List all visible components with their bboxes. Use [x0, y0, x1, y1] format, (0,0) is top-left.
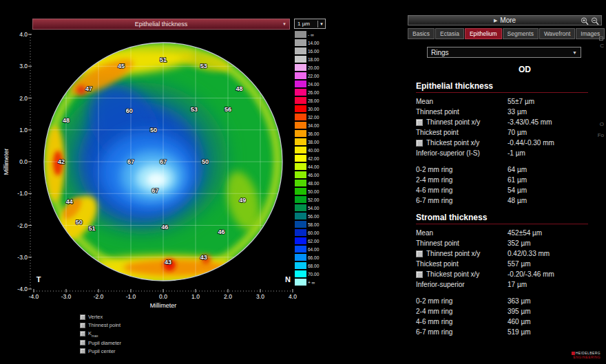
stat-row: 2-4 mm ring61 µm — [416, 175, 602, 185]
colorbar-swatch — [295, 196, 306, 204]
colorbar-swatch — [295, 254, 306, 261]
colorbar-label: 52.00 — [308, 197, 319, 202]
colorbar-segment: 48.00 — [295, 179, 319, 187]
thickness-value-label: 60 — [126, 107, 133, 114]
overlay-checkbox[interactable] — [416, 271, 423, 278]
stat-row: Thinnest point x/y0.42/0.33 mm — [416, 248, 602, 259]
colorbar-swatch — [295, 279, 306, 286]
colorbar-label: 14.00 — [308, 41, 319, 45]
tab-basics[interactable]: Basics — [408, 28, 435, 39]
more-label: More — [500, 17, 516, 24]
colorbar-label: 68.00 — [308, 264, 319, 268]
thickness-value-label: 46 — [218, 228, 225, 235]
overlay-checkbox[interactable] — [416, 119, 423, 126]
colorbar-segment: 20.00 — [295, 63, 319, 72]
colorbar-swatch — [295, 31, 306, 39]
legend-item[interactable]: Pupil center — [80, 348, 121, 354]
colorbar-segment: 14.00 — [295, 39, 319, 47]
colorbar-swatch — [295, 130, 306, 138]
thickness-value-label: 48 — [63, 117, 70, 124]
stat-label: Thickest point — [416, 260, 459, 268]
legend-checkbox[interactable] — [80, 314, 85, 320]
legend-item[interactable]: Vertex — [80, 314, 121, 320]
legend-checkbox[interactable] — [80, 340, 85, 345]
thickness-value-label: 43 — [200, 254, 207, 261]
stat-label: 2-4 mm ring — [416, 176, 452, 184]
y-tick-label: 2.0 — [19, 95, 28, 102]
y-tick-label: 0.0 — [19, 158, 28, 165]
stat-value: -3.43/0.45 mm — [508, 118, 552, 126]
colorbar-swatch — [295, 56, 306, 63]
preset-select[interactable]: Rings ▼ — [427, 47, 581, 58]
stat-row: 6-7 mm ring48 µm — [416, 195, 602, 206]
colorbar-label: 34.00 — [308, 123, 319, 128]
thickness-value-label: 42 — [58, 158, 65, 165]
thickness-map[interactable]: -4.0-4.0-3.0-3.0-2.0-2.0-1.0-1.00.00.01.… — [0, 0, 329, 323]
colorbar-swatch — [295, 105, 306, 113]
legend-label: Kmax — [88, 330, 98, 338]
stat-row: Thinnest point33 µm — [416, 107, 602, 117]
tab-wavefront[interactable]: Wavefront — [539, 28, 575, 39]
temporal-label: T — [36, 275, 41, 283]
stat-row: 0-2 mm ring64 µm — [416, 164, 602, 175]
colorbar-label: 54.00 — [308, 206, 319, 211]
colorbar-label: 66.00 — [308, 255, 319, 260]
colorbar-label: 58.00 — [308, 222, 319, 227]
unit-select[interactable]: 1 µm ▼ — [294, 19, 326, 29]
legend-item[interactable]: Pupil diameter — [80, 340, 121, 346]
colorbar-segment: 32.00 — [295, 113, 319, 121]
map-title: Epithelial thickness — [135, 21, 188, 28]
stat-row: 0-2 mm ring363 µm — [416, 296, 602, 306]
stat-label: Mean — [416, 229, 433, 237]
overlay-checkbox[interactable] — [416, 250, 423, 257]
stat-label: 2-4 mm ring — [416, 308, 452, 315]
stat-row: Mean452±54 µm — [416, 228, 602, 238]
tab-segments[interactable]: Segments — [503, 28, 539, 39]
stat-row: 6-7 mm ring519 µm — [416, 327, 602, 337]
map-type-select[interactable]: Epithelial thickness ▼ — [32, 19, 290, 30]
legend-item[interactable]: Kmax — [80, 330, 121, 338]
colorbar-swatch — [295, 213, 306, 220]
colorbar-label: 64.00 — [308, 247, 319, 252]
more-button[interactable]: ▶ More — [408, 15, 602, 25]
legend-checkbox[interactable] — [80, 348, 85, 354]
ring-rows: 0-2 mm ring363 µm2-4 mm ring395 µm4-6 mm… — [416, 296, 602, 337]
legend-item[interactable]: Thinnest point — [80, 322, 121, 328]
stat-label: 0-2 mm ring — [416, 297, 452, 305]
stat-value: 17 µm — [508, 281, 527, 288]
stat-value: -1 µm — [508, 149, 525, 157]
legend-checkbox[interactable] — [80, 323, 85, 328]
tab-ectasia[interactable]: Ectasia — [435, 28, 464, 39]
x-tick-label: -4.0 — [29, 293, 39, 300]
overlay-checkbox[interactable] — [416, 140, 423, 147]
colorbar-swatch — [295, 81, 306, 88]
colorbar-segment: 66.00 — [295, 253, 319, 261]
colorbar-label: 30.00 — [308, 107, 319, 111]
colorbar-label: 36.00 — [308, 131, 319, 136]
thickness-value-label: 46 — [161, 224, 168, 231]
colorbar-segment: 42.00 — [295, 154, 319, 162]
stat-label: 4-6 mm ring — [416, 186, 452, 194]
tab-epithelium[interactable]: Epithelium — [465, 28, 502, 39]
legend-label: Pupil center — [88, 348, 116, 354]
legend-checkbox[interactable] — [80, 331, 85, 336]
stat-value: 54 µm — [508, 186, 527, 194]
thickness-value-label: 49 — [239, 197, 246, 204]
colorbar-label: 62.00 — [308, 239, 319, 244]
x-tick-label: -3.0 — [61, 293, 72, 300]
stat-value: 33 µm — [508, 108, 527, 116]
colorbar-segment: 70.00 — [295, 270, 319, 278]
zoom-in-icon[interactable] — [581, 17, 589, 25]
colorbar-swatch — [295, 89, 306, 96]
x-tick-label: -1.0 — [126, 293, 136, 300]
colorbar-segment: 68.00 — [295, 261, 319, 270]
thickness-value-label: 53 — [191, 106, 198, 113]
thickness-value-label: 51 — [160, 56, 167, 63]
y-tick-label: 3.0 — [19, 63, 28, 69]
y-tick-label: -4.0 — [17, 286, 28, 292]
thickness-value-label: 44 — [66, 198, 73, 205]
colorbar-swatch — [295, 237, 306, 245]
stat-row: Thinnest point352 µm — [416, 238, 602, 248]
colorbar-label: 28.00 — [308, 98, 319, 103]
colorbar-label: 32.00 — [308, 115, 319, 120]
